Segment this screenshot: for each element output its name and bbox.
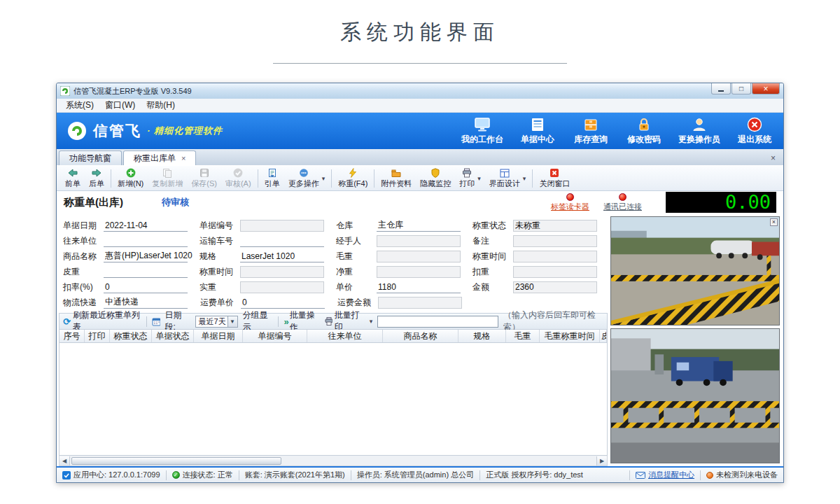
partner-input[interactable] (104, 235, 188, 247)
toolbar-save-button[interactable]: 保存(S) (187, 167, 221, 190)
nav-change-password[interactable]: 修改密码 (625, 117, 663, 146)
close-all-tabs-icon[interactable]: × (765, 153, 781, 165)
nav-label: 库存查询 (574, 134, 608, 146)
search-input[interactable] (377, 316, 498, 328)
nav-workbench[interactable]: 我的工作台 (461, 117, 503, 146)
nav-switch-operator[interactable]: 更换操作员 (678, 117, 720, 146)
product-name-input[interactable]: 惠普(HP)LaserJet 1020 (104, 251, 188, 262)
column-header[interactable]: 打印 (85, 330, 110, 342)
account-set-status: 账套: 演示账套(2021年第1期) (245, 470, 345, 480)
gross-weight-input (377, 251, 461, 262)
toolbar-copy-new-button[interactable]: 复制新增 (148, 167, 187, 190)
more-operations-icon (299, 168, 309, 178)
toolbar-prev-button[interactable]: 前单 (61, 167, 85, 190)
tab-function-nav[interactable]: 功能导航窗 (59, 150, 122, 165)
freight-amount-input (378, 297, 462, 309)
window-titlebar[interactable]: 信管飞混凝土ERP专业版 V9.3.549 □ × (57, 83, 783, 99)
tag-reader-label[interactable]: 标签读卡器 (551, 202, 589, 212)
status-separator (166, 470, 167, 480)
date-range-select[interactable]: 最近7天 ▼ (195, 316, 238, 328)
column-header[interactable]: 毛重 (506, 330, 540, 342)
minimize-button[interactable] (711, 83, 731, 94)
column-header[interactable]: 序号 (59, 330, 85, 342)
nav-inventory-query[interactable]: 库存查询 (572, 117, 610, 146)
warehouse-input[interactable]: 主仓库 (377, 220, 461, 232)
app-center-icon (62, 471, 71, 479)
maximize-button[interactable]: □ (732, 83, 751, 94)
audit-status-badge: 待审核 (162, 196, 189, 209)
app-logo-icon (60, 86, 70, 96)
field-tare-weigh-time: 称重时间 (198, 266, 335, 278)
chevron-down-icon: ▾ (477, 175, 481, 182)
truck-no-input[interactable] (240, 235, 324, 247)
field-doc-date: 单据日期2022-11-04 (62, 220, 198, 232)
nav-label: 更换操作员 (678, 134, 720, 146)
scrollbar-thumb[interactable] (71, 457, 281, 465)
amount-input: 2360 (513, 281, 597, 293)
field-unit-price: 单价1180 (335, 281, 471, 293)
logistics-input[interactable]: 中通快递 (104, 297, 188, 309)
close-button[interactable]: × (752, 83, 780, 94)
spec-input[interactable]: LaserJet 1020 (240, 251, 324, 262)
toolbar-weigh-button[interactable]: 称重(F4) (334, 167, 372, 190)
scroll-left-icon[interactable]: ◀ (59, 456, 70, 465)
toolbar-more-ops-button[interactable]: 更多操作 ▾ (284, 167, 330, 190)
orders-table-header: 序号 打印 称重状态 单据状态 单据日期 单据编号 往来单位 商品名称 规格 毛… (59, 330, 608, 343)
field-deduct-rate: 扣率(%)0 (62, 281, 198, 293)
field-amount: 金额2360 (471, 281, 608, 293)
nav-document-center[interactable]: 单据中心 (519, 117, 556, 146)
doc-date-input[interactable]: 2022-11-04 (104, 220, 188, 232)
column-header[interactable]: 商品名称 (383, 330, 458, 342)
tab-close-icon[interactable]: × (181, 154, 186, 162)
toolbar-next-button[interactable]: 后单 (85, 167, 108, 190)
comm-label[interactable]: 通讯已连接 (603, 202, 642, 212)
tare-weight-input[interactable] (104, 266, 188, 278)
deduct-rate-input[interactable]: 0 (104, 281, 188, 293)
nav-exit-system[interactable]: 退出系统 (736, 117, 774, 146)
caller-device-status: 未检测到来电设备 (706, 470, 778, 480)
toolbar-print-button[interactable]: 打印 ▾ (455, 167, 485, 190)
tab-label: 称重出库单 (134, 153, 176, 164)
column-header[interactable]: 皮重 (600, 330, 607, 342)
camera-close-icon[interactable]: × (770, 218, 778, 226)
camera-view-2[interactable] (610, 328, 780, 463)
tab-weighing-outbound[interactable]: 称重出库单 × (123, 150, 196, 165)
column-header[interactable]: 单据编号 (243, 330, 307, 342)
lightning-icon (348, 168, 358, 178)
menu-system[interactable]: 系统(S) (61, 99, 99, 112)
doc-no-input (240, 220, 324, 232)
menu-window[interactable]: 窗口(W) (100, 99, 140, 112)
camera-view-1[interactable]: × (610, 216, 780, 326)
toolbar-separator (258, 169, 258, 188)
column-header[interactable]: 往来单位 (307, 330, 383, 342)
toolbar-audit-button[interactable]: 审核(A) (221, 167, 255, 190)
freight-price-input[interactable]: 0 (241, 297, 325, 309)
calendar-icon (152, 317, 160, 326)
comm-indicator[interactable]: 通讯已连接 (603, 193, 642, 212)
window-title: 信管飞混凝土ERP专业版 V9.3.549 (74, 86, 192, 97)
chevron-down-icon[interactable]: ▼ (227, 316, 237, 327)
document-title: 称重单(出库) (64, 196, 123, 209)
toolbar-new-button[interactable]: 新增(N) (113, 167, 148, 190)
toolbar-close-window-button[interactable]: 关闭窗口 (535, 167, 574, 190)
toolbar-pull-order-button[interactable]: 引单 (260, 167, 284, 190)
menu-help[interactable]: 帮助(H) (141, 99, 180, 112)
toolbar-separator (374, 169, 374, 188)
column-header[interactable]: 单据状态 (152, 330, 194, 342)
unit-price-input[interactable]: 1180 (377, 281, 461, 293)
tag-reader-indicator[interactable]: 标签读卡器 (551, 193, 589, 212)
message-center-link[interactable]: 消息提醒中心 (636, 470, 694, 480)
column-header[interactable]: 单据日期 (194, 330, 243, 342)
camera-panels: × (608, 214, 781, 466)
scroll-right-icon[interactable]: ▶ (596, 456, 607, 465)
date-range-value: 最近7天 (199, 316, 226, 327)
orders-table-body[interactable] (59, 343, 608, 456)
column-header[interactable]: 毛重称重时间 (540, 330, 600, 342)
status-separator (629, 470, 630, 480)
toolbar-hide-monitor-button[interactable]: 隐藏监控 (416, 167, 455, 190)
column-header[interactable]: 规格 (458, 330, 506, 342)
toolbar-ui-design-button[interactable]: 界面设计 ▾ (485, 167, 531, 190)
column-header[interactable]: 称重状态 (110, 330, 152, 342)
horizontal-scrollbar[interactable]: ◀ ▶ (59, 456, 608, 466)
toolbar-attachments-button[interactable]: 附件资料 (377, 167, 416, 190)
